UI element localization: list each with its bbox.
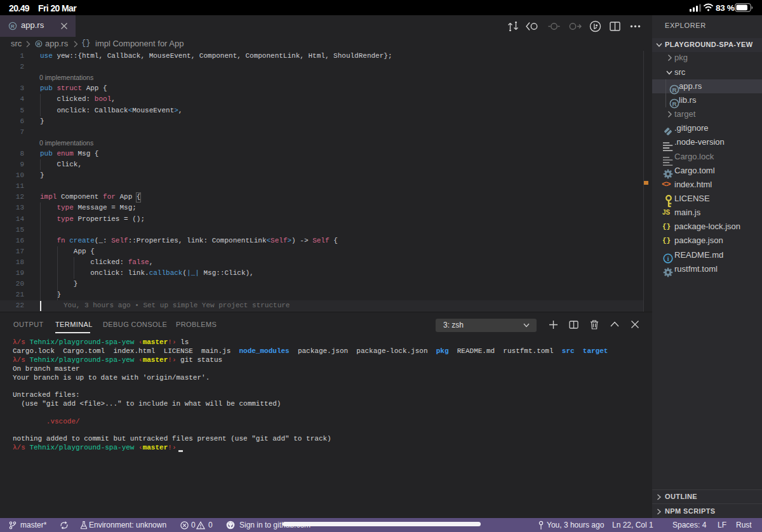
svg-text:i: i bbox=[667, 255, 669, 262]
svg-text:R: R bbox=[672, 86, 676, 93]
svg-text:R: R bbox=[672, 100, 676, 107]
svg-text:R: R bbox=[11, 23, 15, 29]
svg-text:R: R bbox=[37, 42, 41, 46]
